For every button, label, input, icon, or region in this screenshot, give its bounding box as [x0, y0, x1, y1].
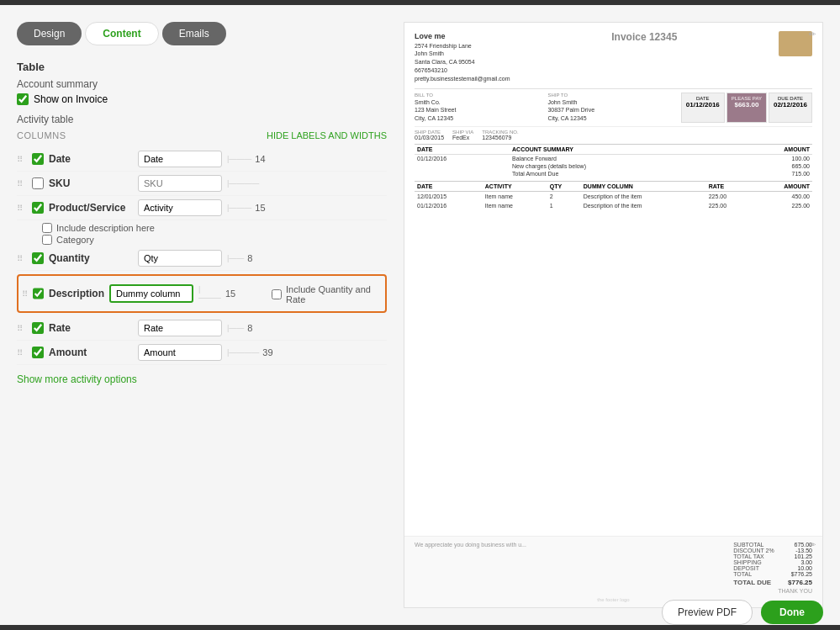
- bill-to-value: Smith Co. 123 Main Street City, CA 12345: [415, 98, 542, 123]
- billing-row: BILL TO Smith Co. 123 Main Street City, …: [415, 88, 812, 123]
- col-label-input-date[interactable]: [138, 151, 222, 167]
- act-row1-amount: 450.00: [752, 191, 812, 201]
- slider-container-date: |——— 14: [227, 154, 387, 164]
- slider-value-quantity: 8: [247, 253, 264, 263]
- checkbox-sku[interactable]: [32, 177, 44, 189]
- sub-options-description: Include Quantity and Rate: [272, 284, 382, 306]
- col-label-input-sku[interactable]: [138, 175, 222, 192]
- invoice-logo: [779, 31, 812, 56]
- footer-message: We appreciate you doing business with u.…: [415, 542, 733, 548]
- drag-handle-quantity[interactable]: ⠿: [17, 254, 27, 263]
- col-label-input-rate[interactable]: [138, 320, 222, 336]
- act-row2-rate: 225.00: [706, 201, 752, 210]
- deposit-row: DEPOSIT 10.00: [733, 565, 812, 571]
- checkbox-description[interactable]: [33, 288, 44, 299]
- col-name-description: Description: [49, 288, 104, 299]
- act-activity-header: ACTIVITY: [483, 181, 547, 191]
- column-row-sku: ⠿ SKU |————: [17, 172, 387, 196]
- ship-to-label: SHIP TO: [547, 93, 675, 98]
- subtotal-label: SUBTOTAL: [733, 542, 763, 548]
- checkbox-category[interactable]: [42, 235, 52, 245]
- sub-option-qty-rate: Include Quantity and Rate: [272, 284, 382, 304]
- bill-to-label: BILL TO: [415, 93, 542, 98]
- drag-handle-date[interactable]: ⠿: [17, 155, 27, 164]
- deposit-value: 10.00: [797, 565, 812, 571]
- ship-row: SHIP DATE 01/03/2015 SHIP VIA FedEx TRAC…: [415, 126, 812, 140]
- invoice-title-block: Invoice 12345: [611, 31, 677, 43]
- as-row3-desc: Total Amount Due: [510, 170, 727, 177]
- slider-value-rate: 8: [247, 323, 264, 333]
- preview-pdf-button[interactable]: Preview PDF: [662, 600, 753, 625]
- shipping-row: SHIPPING 3.00: [733, 559, 812, 565]
- label-include-qty-rate: Include Quantity and Rate: [286, 284, 382, 304]
- company-phone: 6676543210: [415, 66, 510, 75]
- please-pay-label: PLEASE PAY: [732, 96, 762, 101]
- act-dummy-header: DUMMY COLUMN: [581, 181, 706, 191]
- show-more-link[interactable]: Show more activity options: [17, 373, 387, 385]
- tax-row: TOTAL TAX 101.25: [733, 553, 812, 559]
- col-label-input-quantity[interactable]: [138, 250, 222, 267]
- act-row2-activity: Item name: [483, 201, 547, 210]
- col-label-input-amount[interactable]: [138, 344, 222, 361]
- tab-content[interactable]: Content: [85, 22, 158, 45]
- tab-emails[interactable]: Emails: [162, 22, 226, 45]
- sub-option-category: Category: [42, 235, 387, 245]
- tabs-container: Design Content Emails: [17, 22, 387, 45]
- ship-via-section: SHIP VIA FedEx: [452, 130, 473, 140]
- drag-handle-amount[interactable]: ⠿: [17, 348, 27, 357]
- act-row-1: 12/01/2015 Item name 2 Description of th…: [415, 191, 812, 201]
- checkbox-quantity[interactable]: [32, 252, 44, 264]
- show-on-invoice-row: Show on Invoice: [17, 93, 387, 105]
- date-box: DATE 01/12/2016: [681, 93, 725, 123]
- footer-edit-icon[interactable]: ✏: [809, 540, 816, 549]
- edit-icon[interactable]: ✏: [809, 29, 816, 39]
- ship-to-section: SHIP TO John Smith 30837 Palm Drive City…: [547, 93, 675, 123]
- ship-date-value: 01/03/2015: [415, 135, 444, 140]
- bill-to-line3: City, CA 12345: [415, 114, 542, 123]
- account-summary-table: DATE ACCOUNT SUMMARY AMOUNT 01/12/2016 B…: [415, 144, 812, 177]
- please-pay-box: PLEASE PAY $663.00: [726, 93, 767, 123]
- act-row2-amount: 225.00: [752, 201, 812, 210]
- checkbox-include-desc[interactable]: [42, 223, 52, 233]
- total-value: $776.25: [791, 571, 812, 577]
- checkbox-amount[interactable]: [32, 347, 44, 358]
- discount-label: DISCOUNT 2%: [733, 548, 774, 553]
- due-date-value: 02/12/2016: [774, 101, 807, 109]
- col-label-input-product[interactable]: [138, 199, 222, 216]
- invoice-header: Love me 2574 Friendship Lane John Smith …: [415, 31, 812, 83]
- tab-design[interactable]: Design: [17, 22, 82, 45]
- act-row2-dummy: Description of the item: [581, 201, 706, 210]
- total-due-value: $776.25: [788, 579, 812, 586]
- drag-handle-rate[interactable]: ⠿: [17, 324, 27, 333]
- discount-row: DISCOUNT 2% -13.50: [733, 548, 812, 553]
- slider-value-description: 15: [225, 289, 241, 299]
- total-label: TOTAL: [733, 571, 752, 577]
- main-content: Design Content Emails Table Account summ…: [0, 5, 840, 625]
- tax-value: 101.25: [795, 553, 812, 559]
- subtotal-row: SUBTOTAL 675.00: [733, 542, 812, 548]
- checkbox-date[interactable]: [32, 153, 44, 165]
- act-row1-dummy: Description of the item: [581, 191, 706, 201]
- checkbox-rate[interactable]: [32, 322, 44, 334]
- columns-label: COLUMNS: [17, 130, 66, 140]
- column-row-quantity: ⠿ Quantity |—— 8: [17, 246, 387, 271]
- checkbox-include-qty-rate[interactable]: [272, 289, 282, 299]
- checkbox-product[interactable]: [32, 202, 44, 214]
- done-button[interactable]: Done: [761, 601, 823, 624]
- left-panel: Design Content Emails Table Account summ…: [17, 22, 387, 608]
- show-on-invoice-checkbox[interactable]: [17, 93, 29, 105]
- deposit-label: DEPOSIT: [733, 565, 759, 571]
- as-row1-desc: Balance Forward: [510, 154, 727, 162]
- due-date-label: DUE DATE: [774, 96, 807, 101]
- as-date-header: DATE: [415, 144, 510, 154]
- activity-table-label: Activity table: [17, 114, 387, 125]
- hide-labels-link[interactable]: HIDE LABELS AND WIDTHS: [267, 130, 387, 140]
- ship-to-line3: City, CA 12345: [547, 114, 675, 123]
- sub-option-description: Include description here: [42, 223, 387, 233]
- invoice-title: Invoice 12345: [611, 31, 677, 43]
- drag-handle-sku[interactable]: ⠿: [17, 179, 27, 188]
- due-date-box: DUE DATE 02/12/2016: [769, 93, 812, 123]
- drag-handle-product[interactable]: ⠿: [17, 204, 27, 213]
- col-label-input-description[interactable]: [109, 284, 193, 303]
- drag-handle-description[interactable]: ⠿: [22, 289, 28, 299]
